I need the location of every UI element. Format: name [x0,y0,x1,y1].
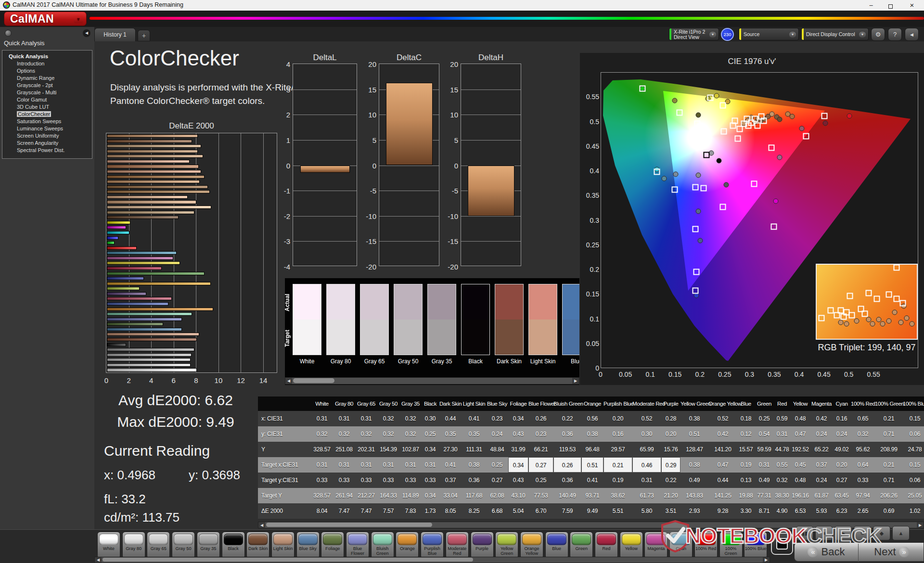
scroll-left-icon[interactable]: ◀ [285,378,292,384]
mini-button-4[interactable]: ↺ [854,526,871,540]
table-cell: 114.89 [399,488,422,503]
table-cell: 1.02 [903,503,924,519]
de-bar-yellow [107,261,180,265]
patch-button-magenta[interactable]: Magenta [644,532,667,559]
collapse-panel-button[interactable]: ◀ [905,28,919,41]
source-dropdown[interactable]: Source ▼ [739,28,799,40]
de-bar-skin-tone [107,140,192,143]
patch-button-moderate-red[interactable]: Moderate Red [446,532,469,559]
scroll-left-icon[interactable]: ◀ [95,557,102,563]
de-bar-skin-tone [107,195,188,199]
patch-button-purplish-blue[interactable]: Purplish Blue [421,532,444,559]
mini-button-6[interactable]: ▲ [892,526,910,540]
patch-color [149,534,168,545]
restore-button[interactable] [883,0,898,11]
calman-logo-menu[interactable]: CalMAN ▼ [4,12,87,26]
swatch-strip-scrollbar[interactable]: ◀ ▶ [285,377,579,384]
cie-y-tick-label: 0.5 [583,118,599,126]
patch-button-bluish-green[interactable]: Bluish Green [371,532,394,559]
mini-button-2[interactable]: ■ [815,526,833,540]
patch-label: Cyan [670,546,692,551]
scroll-left-icon[interactable]: ◀ [258,522,265,528]
logo-dropdown-icon[interactable]: ▼ [74,15,83,23]
sidebar-item-screen-uniformity[interactable]: Screen Uniformity [2,132,92,140]
bottom-swatch-scrollbar[interactable]: ◀ ▶ [94,557,770,563]
sidebar-item-grayscale-2pt[interactable]: Grayscale - 2pt [2,82,92,89]
patch-button-white[interactable]: White [97,532,120,559]
sidebar-item-saturation-sweeps[interactable]: Saturation Sweeps [2,118,92,125]
patch-button-gray-35[interactable]: Gray 35 [197,532,220,559]
sidebar-collapse-icon[interactable]: ◀ [83,29,90,37]
scroll-right-icon[interactable]: ▶ [917,522,924,528]
help-button[interactable]: ? [888,28,902,41]
next-button[interactable]: Next » [859,543,924,562]
current-x: x: 0.4968 [104,468,155,483]
patch-button-yellow[interactable]: Yellow [620,532,643,559]
sidebar-item-options[interactable]: Options [2,67,92,75]
sidebar-item-screen-angularity[interactable]: Screen Angularity [2,140,92,147]
patch-button-light-skin[interactable]: Light Skin [271,532,295,559]
target-point [751,180,757,187]
meter-dropdown[interactable]: X-Rite i1Pro 2Direct View ▼ [669,28,719,40]
table-cell: 140.49 [553,488,581,503]
patch-button-100-green[interactable]: 100% Green [719,532,743,559]
table-cell: 0.16 [603,426,632,442]
patch-button-blue[interactable]: Blue [545,532,568,559]
close-button[interactable]: × [905,0,919,11]
table-cell: 0.30 [632,426,661,442]
mini-button-5[interactable]: ◆ [873,526,890,540]
delta-bar [300,166,350,173]
add-tab-button[interactable]: + [138,30,150,41]
sidebar-item-introduction[interactable]: Introduction [2,60,92,67]
calman-window: CalMAN 2017 CalMAN Ultimate for Business… [0,0,924,563]
sidebar-orb-button[interactable] [5,30,12,37]
sidebar-item-luminance-sweeps[interactable]: Luminance Sweeps [2,125,92,132]
sidebar-item-colorchecker[interactable]: ColorChecker [2,111,92,118]
sidebar-item-dynamic-range[interactable]: Dynamic Range [2,75,92,82]
sidebar-root-quick-analysis[interactable]: Quick Analysis [2,53,92,60]
measurement-point [847,114,852,119]
measurement-point [799,126,804,131]
table-cell: 0.24 [486,426,508,442]
patch-button-orange-yellow[interactable]: Orange Yellow [520,532,543,559]
scroll-right-icon[interactable]: ▶ [572,378,579,384]
patch-button-yellow-green[interactable]: Yellow Green [495,532,518,559]
target-point [654,169,660,175]
page-description: Display analysis is performed with the X… [110,81,294,108]
minimize-button[interactable]: – [864,0,878,11]
patch-button-100-blue[interactable]: 100% Blue [744,532,767,559]
table-cell: Magenta [810,397,833,411]
meter-badge[interactable]: 230 [721,28,734,41]
sidebar-item-spectral-power-dist-[interactable]: Spectral Power Dist. [2,147,92,154]
patch-button-purple[interactable]: Purple [471,532,494,559]
back-button[interactable]: « Back [795,543,859,562]
patch-button-blue-sky[interactable]: Blue Sky [296,532,320,559]
stop-button[interactable] [771,533,793,555]
de-bar-gray-50 [107,353,192,357]
patch-button-foliage[interactable]: Foliage [321,532,344,559]
patch-color [323,534,342,545]
patch-button-orange[interactable]: Orange [396,532,419,559]
patch-button-gray-50[interactable]: Gray 50 [172,532,195,559]
mini-button-1[interactable]: ▮▮ [796,526,813,540]
display-control-dropdown[interactable]: Direct Display Control ▼ [801,28,869,40]
mini-button-3[interactable]: ▶ [834,526,852,540]
patch-button-green[interactable]: Green [570,532,593,559]
settings-button[interactable]: ⚙ [871,28,885,41]
scroll-right-icon[interactable]: ▶ [763,557,770,563]
y-tick-label: 20 [360,60,376,68]
table-cell: 0.47 [790,426,810,442]
patch-button-100-red[interactable]: 100% Red [694,532,718,559]
help-icon: ? [893,31,897,38]
patch-button-cyan[interactable]: Cyan [669,532,693,559]
patch-button-blue-flower[interactable]: Blue Flower [346,532,369,559]
tab-history-1[interactable]: History 1 [94,28,136,41]
patch-button-dark-skin[interactable]: Dark Skin [246,532,270,559]
patch-button-gray-65[interactable]: Gray 65 [147,532,170,559]
sidebar-item-3d-cube-lut[interactable]: 3D Cube LUT [2,103,92,111]
patch-button-red[interactable]: Red [595,532,618,559]
sidebar-item-color-gamut[interactable]: Color Gamut [2,96,92,103]
patch-button-gray-80[interactable]: Gray 80 [122,532,145,559]
patch-button-black[interactable]: Black [222,532,245,559]
sidebar-item-grayscale-multi[interactable]: Grayscale - Multi [2,89,92,96]
